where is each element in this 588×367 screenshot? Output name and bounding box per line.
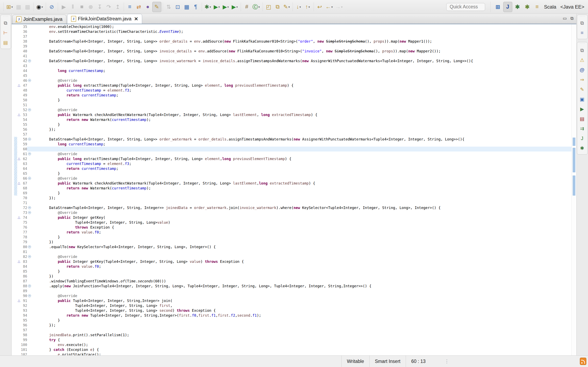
fold-ruler[interactable]: [27, 122, 32, 127]
code-text[interactable]: }): [32, 274, 576, 279]
dropdown-arrow-icon[interactable]: ▾: [11, 5, 13, 8]
code-text[interactable]: currentTimestamp = element.f3;: [32, 88, 576, 93]
show-occurrences-button[interactable]: ≡: [125, 2, 134, 12]
code-text[interactable]: public Tuple4<Integer, Integer, String,I…: [32, 298, 576, 303]
fold-ruler[interactable]: [27, 342, 32, 347]
annotation-ruler[interactable]: [12, 235, 21, 240]
fold-ruler[interactable]: −: [27, 254, 32, 259]
save-all-button[interactable]: ▩: [23, 2, 32, 12]
annotation-ruler[interactable]: [12, 240, 21, 244]
fold-ruler[interactable]: −: [27, 210, 32, 215]
code-text[interactable]: }: [32, 171, 576, 176]
user-profile-button[interactable]: ◉▾: [35, 2, 44, 12]
collapse-icon[interactable]: −: [28, 79, 31, 82]
collapse-icon[interactable]: −: [28, 211, 31, 214]
annotation-ruler[interactable]: [12, 313, 21, 318]
code-text[interactable]: long currentTimestamp;: [32, 142, 576, 147]
fold-ruler[interactable]: [27, 240, 32, 244]
annotation-ruler[interactable]: [12, 230, 21, 235]
annotation-ruler[interactable]: [12, 347, 21, 352]
annotation-ruler[interactable]: [12, 274, 21, 279]
show-whitespace-button[interactable]: ¶: [191, 2, 200, 12]
fold-ruler[interactable]: [27, 112, 32, 117]
fold-ruler[interactable]: [27, 191, 32, 196]
dropdown-arrow-icon[interactable]: ▾: [236, 5, 238, 8]
code-text[interactable]: }: [32, 98, 576, 103]
annotation-ruler[interactable]: [12, 352, 21, 355]
code-text[interactable]: @Override: [32, 293, 576, 298]
code-text[interactable]: }: [32, 318, 576, 323]
code-text[interactable]: env.execute();: [32, 342, 576, 347]
fold-ruler[interactable]: [27, 298, 32, 303]
restore-left-pane-icon[interactable]: ⧉: [1, 18, 10, 28]
fold-ruler[interactable]: [27, 83, 32, 88]
code-text[interactable]: public Integer getKey(: [32, 215, 576, 220]
status-splitter-handle[interactable]: ⋮: [444, 356, 449, 367]
annotation-ruler[interactable]: △: [12, 83, 21, 88]
override-indicator-icon[interactable]: △: [18, 299, 20, 302]
fold-ruler[interactable]: [27, 337, 32, 342]
fold-ruler[interactable]: [27, 171, 32, 176]
minimize-editor-button[interactable]: ▭: [563, 16, 567, 21]
code-text[interactable]: [32, 200, 576, 205]
package-explorer-icon[interactable]: ▤: [1, 38, 10, 48]
code-editor[interactable]: 35 env.enableCheckpointing(1000);36 env.…: [12, 24, 576, 355]
coverage-button[interactable]: ▶▾: [221, 2, 230, 12]
annotation-ruler[interactable]: △: [12, 298, 21, 303]
new-wizard-button[interactable]: ⊞▾: [5, 2, 14, 12]
fold-ruler[interactable]: [27, 347, 32, 352]
fold-ruler[interactable]: [27, 323, 32, 328]
restore-right-bottom-icon[interactable]: ⧉: [577, 45, 587, 55]
annotation-ruler[interactable]: [12, 220, 21, 225]
annotation-ruler[interactable]: [12, 44, 21, 49]
annotation-ruler[interactable]: [12, 117, 21, 122]
annotation-ruler[interactable]: [12, 68, 21, 73]
occurrence-marker[interactable]: [573, 138, 575, 146]
code-text[interactable]: }): [32, 240, 576, 244]
code-text[interactable]: public Integer getKey(Tuple4<Integer, In…: [32, 259, 576, 264]
code-text[interactable]: env.setStreamTimeCharacteristic(TimeChar…: [32, 29, 576, 34]
collapse-icon[interactable]: −: [28, 108, 31, 111]
step-return-button[interactable]: ↥: [113, 2, 122, 12]
annotation-ruler[interactable]: [12, 49, 21, 54]
plugin-button[interactable]: ●: [143, 2, 152, 12]
annotation-ruler[interactable]: [12, 122, 21, 127]
code-text[interactable]: [32, 103, 576, 108]
annotation-ruler[interactable]: [12, 186, 21, 191]
dropdown-arrow-icon[interactable]: ▾: [341, 5, 343, 8]
collapse-icon[interactable]: −: [28, 245, 31, 248]
fold-ruler[interactable]: [27, 200, 32, 205]
annotation-ruler[interactable]: [12, 323, 21, 328]
override-indicator-icon[interactable]: △: [18, 216, 20, 219]
annotation-ruler[interactable]: [12, 279, 21, 284]
annotation-ruler[interactable]: [12, 254, 21, 259]
suspend-button[interactable]: ‖: [68, 2, 77, 12]
code-text[interactable]: });: [32, 196, 576, 200]
dropdown-arrow-icon[interactable]: ▾: [209, 5, 211, 8]
fold-ruler[interactable]: [27, 63, 32, 68]
annotation-ruler[interactable]: [12, 73, 21, 78]
occurrence-marker[interactable]: [573, 175, 575, 196]
annotation-ruler[interactable]: [12, 337, 21, 342]
annotation-ruler[interactable]: [12, 191, 21, 196]
open-resource-button[interactable]: ◰: [264, 2, 273, 12]
fold-ruler[interactable]: [27, 318, 32, 323]
code-text[interactable]: .apply(new JoinFunction<Tuple4<Integer, …: [32, 284, 576, 289]
new-java-project-button[interactable]: #: [242, 2, 251, 12]
annotation-ruler[interactable]: [12, 151, 21, 156]
annotation-ruler[interactable]: [12, 39, 21, 44]
debug-button[interactable]: ✱▾: [203, 2, 212, 12]
back-button[interactable]: ←▾: [324, 2, 334, 12]
code-text[interactable]: public long extractTimestamp(Tuple4<Inte…: [32, 83, 576, 88]
annotation-ruler[interactable]: [12, 58, 21, 63]
fold-ruler[interactable]: −: [27, 108, 32, 112]
fold-ruler[interactable]: [27, 117, 32, 122]
code-text[interactable]: [32, 34, 576, 39]
step-over-button[interactable]: ↷: [104, 2, 113, 12]
annotation-ruler[interactable]: [12, 88, 21, 93]
fold-ruler[interactable]: −: [27, 176, 32, 181]
dropdown-arrow-icon[interactable]: ▾: [309, 5, 310, 8]
code-text[interactable]: @Override: [32, 254, 576, 259]
code-text[interactable]: @Override: [32, 78, 576, 83]
open-task-button[interactable]: ⊡: [173, 2, 182, 12]
